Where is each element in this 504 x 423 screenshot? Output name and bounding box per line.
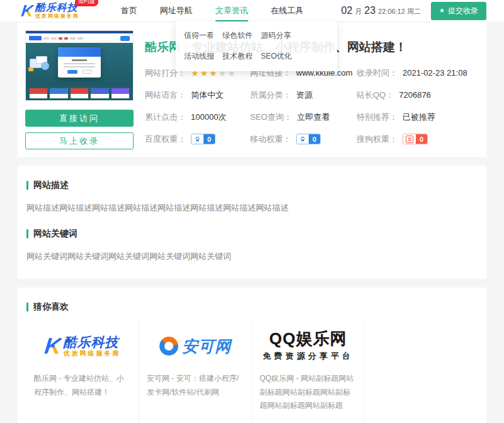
field-seo-query: SEO查询： 立即查看	[250, 110, 357, 124]
related-site-kule[interactable]: K 酷乐科技 优质网络服务商 酷乐网 - 专业建站仿站、小程序制作、网站搭建！	[26, 320, 139, 423]
main-nav: 首页 网址导航 文章资讯 在线工具	[121, 0, 304, 21]
dropdown-item-source-share[interactable]: 源码分享	[261, 30, 291, 41]
site-logo[interactable]: K 酷乐科技 优质网络服务商 简约版	[21, 3, 79, 19]
dropdown-item-tech-tutorial[interactable]: 技术教程	[222, 51, 253, 62]
you-may-like-panel: 猜你喜欢 K 酷乐科技 优质网络服务商 酷乐网 - 专业建站仿站、小程序制作、网…	[18, 287, 486, 423]
qq-ent-logo: QQ娱乐网 免费资源分享平台	[260, 325, 357, 367]
logo-subtitle: 优质网络服务商	[35, 14, 79, 19]
star-icon: ★	[439, 8, 445, 14]
green-bar-icon	[26, 303, 28, 311]
thumbnail-illustration	[28, 56, 51, 71]
related-site-desc: 酷乐网 - 专业建站仿站、小程序制作、网站搭建！	[34, 372, 131, 399]
dropdown-item-activity[interactable]: 活动线报	[184, 51, 214, 62]
articles-dropdown-menu: 值得一看 绿色软件 源码分享 活动线报 技术教程 SEO优化	[176, 21, 337, 71]
baidu-weight-badge: 0	[191, 134, 215, 144]
header-datetime: 02 月 23 22:06:12 周二	[341, 5, 421, 16]
related-sites-grid: K 酷乐科技 优质网络服务商 酷乐网 - 专业建站仿站、小程序制作、网站搭建！ …	[26, 320, 478, 423]
field-category: 所属分类： 资源	[250, 88, 357, 101]
logo-k-icon: K	[21, 3, 35, 19]
sogou-weight-badge: S 0	[403, 134, 428, 144]
section-title-description: 网站描述	[26, 180, 478, 191]
thumbnail-navbar	[26, 33, 133, 43]
date-day: 23	[364, 5, 375, 16]
site-detail-grid: 网站打分： ★★★★★ 网址链接： www.kkule.com 收录时间： 20…	[145, 66, 479, 146]
kule-logo: K 酷乐科技 优质网络服务商	[34, 325, 131, 367]
mobile-weight-badge: 0	[296, 134, 321, 144]
site-keywords-text: 网站关键词网站关键词网站关键词网站关键词网站关键词	[26, 250, 478, 263]
related-site-empty-slot	[365, 320, 478, 423]
green-bar-icon	[26, 181, 28, 190]
section-title-keywords: 网站关键词	[26, 228, 478, 240]
date-month-unit: 月	[355, 7, 362, 16]
anke-logo: 安可网	[147, 325, 244, 367]
nav-item-articles[interactable]: 文章资讯	[215, 0, 248, 21]
thumbnail-hero	[26, 43, 133, 86]
paw-icon	[192, 134, 203, 144]
field-mobile-weight: 移动权重： 0	[250, 132, 357, 146]
sogou-icon: S	[403, 134, 416, 144]
field-sogou-weight: 搜狗权重： S 0	[357, 132, 479, 146]
anke-swirl-icon	[159, 337, 178, 356]
site-description-text: 网站描述网站描述网站描述网站描述网站描述网站描述网站描述网站描述	[26, 202, 478, 214]
paw-icon	[297, 134, 309, 144]
submit-site-button[interactable]: ★ 提交收录	[431, 2, 486, 20]
field-baidu-weight: 百度权重： 0	[145, 132, 250, 146]
description-panel: 网站描述 网站描述网站描述网站描述网站描述网站描述网站描述网站描述网站描述 网站…	[18, 166, 486, 279]
related-site-qq-ent[interactable]: QQ娱乐网 免费资源分享平台 QQ娱乐网 - 网站副标题网站副标题网站副标题网站…	[252, 320, 365, 423]
seo-check-link[interactable]: 立即查看	[297, 112, 329, 123]
dropdown-item-seo[interactable]: SEO优化	[261, 51, 292, 62]
logo-version-badge: 简约版	[75, 0, 98, 6]
section-title-you-may-like: 猜你喜欢	[26, 301, 478, 313]
nav-item-tools[interactable]: 在线工具	[271, 0, 304, 21]
dropdown-item-worth-reading[interactable]: 值得一看	[184, 30, 214, 41]
logo-k-icon: K	[43, 335, 62, 357]
nav-item-directory[interactable]: 网址导航	[160, 0, 193, 21]
collect-now-button[interactable]: 马上收录	[25, 132, 134, 149]
thumbnail-modal	[58, 47, 101, 78]
field-language: 网站语言： 简体中文	[145, 88, 250, 101]
dropdown-item-green-software[interactable]: 绿色软件	[222, 30, 253, 41]
related-site-desc: 安可网 - 安可：搭建小程序/发卡网/软件站/代刷网	[147, 372, 244, 399]
logo-brand-text: 酷乐科技	[35, 3, 79, 13]
nav-item-home[interactable]: 首页	[121, 0, 137, 21]
header: K 酷乐科技 优质网络服务商 简约版 首页 网址导航 文章资讯 在线工具 02 …	[0, 0, 504, 21]
related-site-desc: QQ娱乐网 - 网站副标题网站副标题网站副标题网站副标题网站副标题网站副标题	[260, 372, 357, 413]
thumbnail-card-row	[26, 86, 133, 100]
green-bar-icon	[26, 229, 28, 238]
field-webmaster-qq: 站长QQ： 7206876	[357, 88, 479, 101]
main-content: 直接访问 马上收录 酷乐网 - 专业建站仿站、小程序制作、网站搭建！ 网站打分：…	[0, 23, 504, 423]
date-month: 02	[341, 5, 353, 16]
field-recommended: 特别推荐： 已被推荐	[357, 110, 479, 124]
related-site-anke[interactable]: 安可网 安可网 - 安可：搭建小程序/发卡网/软件站/代刷网	[139, 320, 252, 423]
site-thumbnail[interactable]	[25, 30, 134, 101]
field-included-time: 收录时间： 2021-02-23 21:08	[357, 66, 479, 79]
field-total-clicks: 累计点击： 100000次	[145, 110, 250, 124]
visit-site-button[interactable]: 直接访问	[25, 110, 134, 127]
date-time: 22:06:12 周二	[378, 7, 421, 16]
